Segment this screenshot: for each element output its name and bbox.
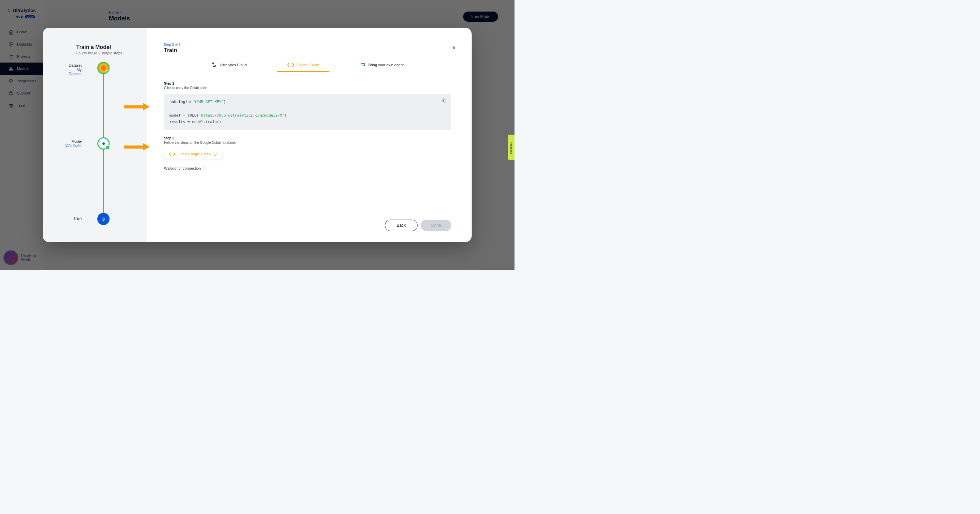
tab-own-agent[interactable]: Bring your own agent bbox=[360, 62, 404, 72]
modal-subtitle: Follow these 3 simple steps bbox=[76, 51, 122, 55]
annotation-arrow-1 bbox=[124, 105, 144, 108]
open-colab-label: Open Google Colab bbox=[178, 152, 211, 156]
tab-label: Bring your own agent bbox=[368, 63, 404, 67]
train-modal: Train a Model Follow these 3 simple step… bbox=[43, 28, 472, 242]
code-block[interactable]: hub.login('YOUR_API_KEY') model = YOLO('… bbox=[164, 94, 451, 130]
tab-ultralytics-cloud[interactable]: Ultralytics Cloud bbox=[212, 62, 247, 72]
step-node-train[interactable]: 3 bbox=[97, 213, 110, 225]
tab-label: Ultralytics Cloud bbox=[220, 63, 247, 67]
step-node-model[interactable]: ✓ bbox=[97, 137, 110, 149]
step-num-train: 3 bbox=[102, 217, 105, 222]
close-button[interactable] bbox=[450, 45, 457, 52]
back-button[interactable]: Back bbox=[385, 220, 418, 231]
copy-icon bbox=[442, 98, 447, 103]
step-value-model: YOLOv8n bbox=[65, 144, 82, 148]
step-heading: Train bbox=[164, 47, 451, 53]
colab-icon bbox=[169, 152, 175, 156]
external-link-icon bbox=[213, 152, 217, 156]
terminal-icon bbox=[360, 63, 366, 67]
close-icon bbox=[452, 45, 456, 50]
modal-stepper-panel: Train a Model Follow these 3 simple step… bbox=[43, 28, 147, 242]
done-button: Done bbox=[421, 220, 451, 231]
section-2-label: Step 2 bbox=[164, 136, 451, 140]
check-icon: ✓ bbox=[105, 70, 110, 74]
svg-rect-7 bbox=[443, 100, 446, 102]
tab-label: Google Colab bbox=[296, 63, 319, 67]
section-2-desc: Follow the steps on the Google Colab not… bbox=[164, 141, 451, 144]
step-value-dataset: My Dataset bbox=[69, 68, 82, 76]
section-1-label: Step 1 bbox=[164, 82, 451, 85]
feedback-label: Feedback bbox=[510, 142, 513, 154]
ultralytics-cloud-icon bbox=[212, 62, 217, 68]
train-tabs: Ultralytics Cloud Google Colab Bring you… bbox=[164, 62, 451, 72]
step-eyebrow: Step 3 of 3 bbox=[164, 43, 451, 47]
open-colab-button[interactable]: Open Google Colab bbox=[164, 149, 223, 159]
tab-google-colab[interactable]: Google Colab bbox=[288, 62, 319, 72]
colab-icon bbox=[288, 63, 294, 67]
copy-button[interactable] bbox=[441, 98, 447, 104]
step-label-dataset: Dataset bbox=[69, 63, 82, 67]
modal-title: Train a Model bbox=[76, 44, 111, 50]
spinner-icon bbox=[203, 167, 206, 170]
feedback-tab[interactable]: Feedback bbox=[508, 135, 514, 160]
step-label-model: Model bbox=[72, 140, 82, 143]
section-1-desc: Click to copy the Colab code bbox=[164, 86, 451, 90]
check-icon: ✓ bbox=[105, 145, 110, 150]
svg-rect-6 bbox=[361, 63, 365, 66]
step-node-dataset[interactable]: ✓ bbox=[97, 62, 110, 74]
waiting-text: Waiting for connection bbox=[164, 166, 201, 170]
annotation-arrow-2 bbox=[124, 146, 144, 149]
step-label-train: Train bbox=[73, 216, 82, 220]
svg-point-5 bbox=[212, 63, 214, 65]
modal-content-panel: Step 3 of 3 Train Ultralytics Cloud Goog… bbox=[147, 28, 472, 242]
